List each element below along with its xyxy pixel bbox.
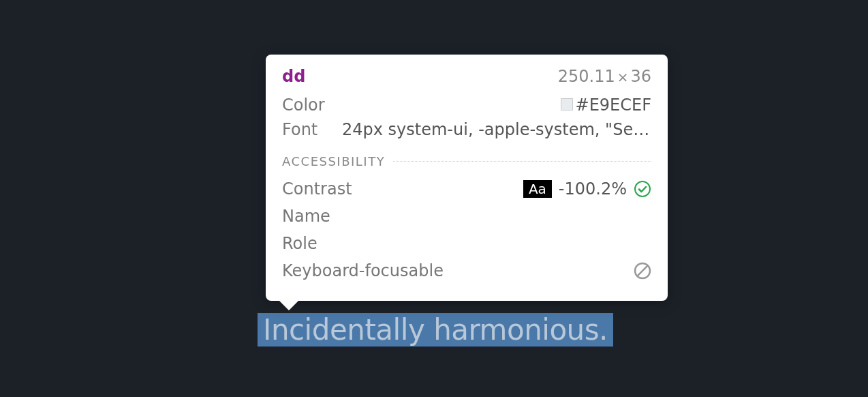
a11y-row-contrast: Contrast Aa -100.2%: [282, 178, 651, 200]
accessibility-section-header: ACCESSIBILITY: [282, 154, 651, 168]
contrast-percentage: -100.2%: [559, 179, 627, 198]
dimension-height: 36: [630, 67, 651, 86]
color-swatch-icon: [561, 98, 573, 111]
element-inspector-tooltip: dd 250.11×36 Color #E9ECEF Font 24px sys…: [266, 55, 668, 301]
accessibility-section-title: ACCESSIBILITY: [282, 154, 385, 168]
a11y-row-focusable: Keyboard-focusable: [282, 260, 651, 282]
a11y-row-role: Role: [282, 233, 651, 254]
element-dimensions: 250.11×36: [558, 67, 651, 86]
inspected-element-highlight: Incidentally harmonious.: [258, 313, 613, 347]
property-value-color: #E9ECEF: [337, 95, 651, 115]
property-label-font: Font: [282, 120, 337, 139]
property-label-color: Color: [282, 95, 337, 115]
inspected-element-text: Incidentally harmonious.: [263, 313, 608, 347]
dimension-separator: ×: [617, 69, 629, 85]
tooltip-header: dd 250.11×36: [282, 67, 651, 86]
section-divider: [393, 161, 651, 162]
svg-line-2: [637, 265, 648, 276]
a11y-value-contrast: Aa -100.2%: [523, 179, 651, 198]
color-hex-value: #E9ECEF: [576, 95, 651, 115]
property-value-font: 24px system-ui, -apple-system, "Segoe…: [342, 120, 651, 139]
property-row-font: Font 24px system-ui, -apple-system, "Seg…: [282, 120, 651, 139]
a11y-row-name: Name: [282, 205, 651, 227]
a11y-label-contrast: Contrast: [282, 179, 352, 198]
a11y-label-role: Role: [282, 234, 317, 253]
a11y-label-name: Name: [282, 207, 330, 226]
element-tag-name: dd: [282, 67, 305, 86]
not-available-icon: [634, 262, 651, 280]
dimension-width: 250.11: [558, 67, 615, 86]
a11y-label-focusable: Keyboard-focusable: [282, 261, 444, 280]
contrast-sample-badge: Aa: [523, 180, 552, 198]
check-circle-icon: [634, 180, 651, 198]
a11y-value-focusable: [634, 262, 651, 280]
svg-point-0: [635, 181, 650, 196]
property-row-color: Color #E9ECEF: [282, 95, 651, 115]
